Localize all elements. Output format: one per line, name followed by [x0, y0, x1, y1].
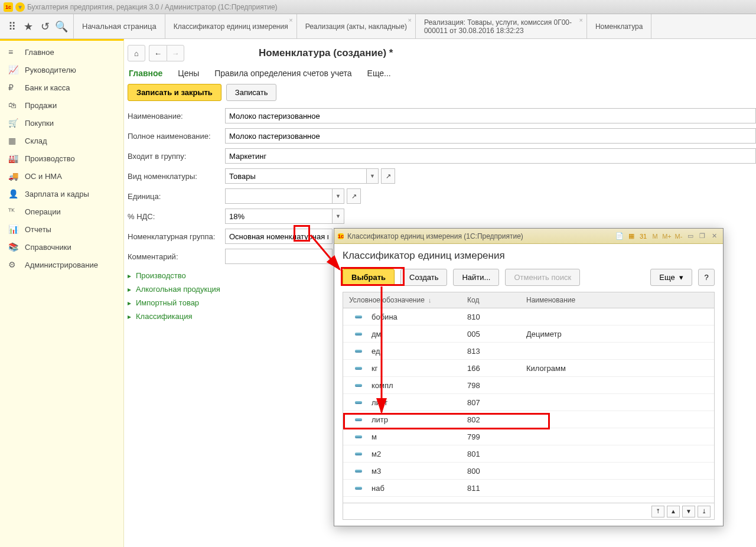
vat-input[interactable]	[225, 209, 333, 224]
cell-code: 799	[467, 432, 526, 441]
subtab-prices[interactable]: Цены	[178, 69, 199, 78]
cell-short: кг	[372, 364, 377, 373]
window-titlebar: 1c ▾ Бухгалтерия предприятия, редакция 3…	[0, 0, 756, 14]
apps-grid-icon[interactable]: ⠿	[4, 18, 20, 35]
type-open-button[interactable]: ↗	[381, 168, 395, 184]
modal-titlebar: 1c Классификатор единиц измерения (1С:Пр…	[334, 229, 723, 244]
col-name[interactable]: Наименование	[526, 296, 714, 304]
type-dropdown-icon[interactable]: ▼	[367, 168, 379, 184]
sidebar-item[interactable]: 🏭Производство	[0, 149, 123, 167]
nomgroup-input[interactable]	[225, 229, 333, 244]
chevron-right-icon: ▸	[128, 312, 131, 321]
sidebar-item[interactable]: ▦Склад	[0, 132, 123, 149]
table-row[interactable]: наб811	[343, 480, 714, 497]
sidebar-item[interactable]: ≡Главное	[0, 43, 123, 61]
type-input[interactable]	[225, 168, 367, 184]
calc-icon[interactable]: 📄	[614, 231, 625, 242]
sidebar-item[interactable]: 🛍Продажи	[0, 96, 123, 114]
table-row[interactable]: дм005Дециметр	[343, 325, 714, 343]
table-row[interactable]: м3800	[343, 463, 714, 480]
calendar2-icon[interactable]: 31	[638, 231, 649, 242]
table-row[interactable]: м799	[343, 428, 714, 445]
tab-start[interactable]: Начальная страница	[73, 14, 165, 38]
select-button[interactable]: Выбрать	[343, 269, 395, 286]
app-1c-icon: 1c	[4, 2, 13, 12]
table-row[interactable]: компл798	[343, 377, 714, 394]
row-marker-icon	[355, 452, 362, 455]
close-icon[interactable]: ×	[408, 17, 411, 24]
find-button[interactable]: Найти...	[453, 269, 499, 286]
unit-open-button[interactable]: ↗	[347, 188, 361, 204]
more-button[interactable]: Еще ▾	[650, 269, 692, 286]
group-label: Входит в группу:	[128, 152, 225, 161]
maximize-icon[interactable]: ❐	[697, 231, 708, 242]
sidebar-item[interactable]: 🚚ОС и НМА	[0, 167, 123, 185]
close-icon[interactable]: ×	[579, 17, 582, 24]
cancel-find-button[interactable]: Отменить поиск	[505, 269, 580, 286]
save-close-button[interactable]: Записать и закрыть	[128, 84, 221, 101]
col-code[interactable]: Код	[467, 296, 526, 304]
page-last-icon[interactable]: ⤓	[698, 506, 711, 517]
sidebar-item[interactable]: 🛒Покупки	[0, 114, 123, 132]
table-row[interactable]: кг166Килограмм	[343, 360, 714, 377]
sidebar-label: Покупки	[25, 119, 54, 128]
grid-footer: ⤒ ▲ ▼ ⤓	[343, 503, 715, 520]
close-icon[interactable]: ×	[289, 17, 292, 24]
tab-nomenclature[interactable]: Номенклатура	[586, 14, 652, 38]
group-input[interactable]	[225, 148, 756, 164]
table-row[interactable]: м2801	[343, 445, 714, 463]
calendar1-icon[interactable]: ▦	[626, 231, 637, 242]
star-icon[interactable]: ★	[20, 18, 37, 35]
subtab-main[interactable]: Главное	[129, 69, 162, 78]
tab-classifier[interactable]: Классификатор единиц измерения×	[165, 14, 296, 38]
back-button[interactable]: ←	[149, 45, 167, 61]
sidebar-item[interactable]: 📈Руководителю	[0, 61, 123, 79]
expander-label: Классификация	[136, 312, 193, 321]
vat-dropdown-icon[interactable]: ▼	[333, 209, 344, 224]
help-button[interactable]: ?	[698, 269, 715, 286]
forward-button[interactable]: →	[167, 45, 184, 61]
col-short[interactable]: Условное обозначение	[343, 296, 467, 304]
mem-m[interactable]: M	[650, 231, 660, 242]
sidebar-item[interactable]: ₽Банк и касса	[0, 79, 123, 96]
name-input[interactable]	[225, 108, 756, 123]
comment-input[interactable]	[225, 249, 333, 264]
sidebar-label: Справочники	[25, 243, 71, 252]
sidebar-item[interactable]: 📊Отчеты	[0, 220, 123, 238]
sidebar-icon: ▦	[8, 136, 19, 145]
expander-label: Алкогольная продукция	[136, 285, 220, 294]
table-row[interactable]: литр802	[343, 411, 714, 428]
fullname-input[interactable]	[225, 128, 756, 144]
table-row[interactable]: бобина810	[343, 308, 714, 325]
grid-body[interactable]: бобина810дм005Дециметред813кг166Килограм…	[343, 308, 715, 503]
minimize-icon[interactable]: ▭	[685, 231, 696, 242]
unit-dropdown-icon[interactable]: ▼	[333, 188, 344, 204]
create-button[interactable]: Создать	[400, 269, 447, 286]
dropdown-yellow-icon[interactable]: ▾	[15, 2, 25, 12]
save-button[interactable]: Записать	[226, 84, 277, 101]
mem-mminus[interactable]: M-	[673, 231, 684, 242]
page-down-icon[interactable]: ▼	[682, 506, 695, 517]
home-button[interactable]: ⌂	[128, 45, 145, 61]
search-icon[interactable]: 🔍	[53, 18, 70, 35]
subtab-rules[interactable]: Правила определения счетов учета	[214, 69, 351, 78]
sidebar-icon: 🛍	[8, 100, 19, 110]
cell-code: 807	[467, 398, 526, 407]
page-first-icon[interactable]: ⤒	[651, 506, 664, 517]
table-row[interactable]: НДС18816	[343, 497, 714, 503]
history-icon[interactable]: ↺	[37, 18, 53, 35]
table-row[interactable]: лист807	[343, 394, 714, 411]
sidebar-item[interactable]: 📚Справочники	[0, 238, 123, 256]
unit-input[interactable]	[225, 188, 333, 204]
tab-realization-doc[interactable]: Реализация: Товары, услуги, комиссия 0Г0…	[415, 14, 586, 38]
mem-mplus[interactable]: M+	[662, 231, 672, 242]
sidebar-item[interactable]: ᵀᴷОперации	[0, 203, 123, 220]
tab-realization[interactable]: Реализация (акты, накладные)×	[296, 14, 415, 38]
subtab-more[interactable]: Еще...	[367, 69, 391, 78]
sidebar-icon: 📚	[8, 242, 19, 252]
sidebar-item[interactable]: ⚙Администрирование	[0, 256, 123, 274]
table-row[interactable]: ед813	[343, 343, 714, 360]
page-up-icon[interactable]: ▲	[667, 506, 680, 517]
close-icon[interactable]: ✕	[709, 231, 719, 242]
sidebar-item[interactable]: 👤Зарплата и кадры	[0, 185, 123, 203]
